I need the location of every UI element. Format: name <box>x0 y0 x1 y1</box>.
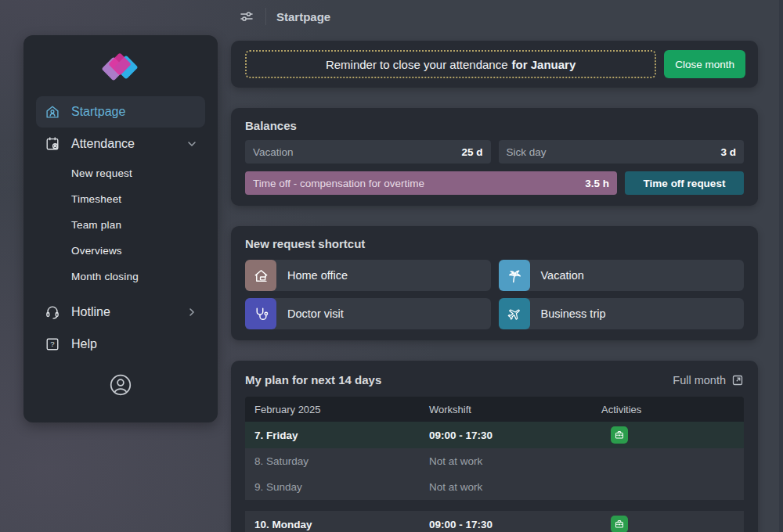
reminder-text-emphasis: for January <box>512 58 576 71</box>
plan-title: My plan for next 14 days <box>245 373 381 386</box>
sidebar-item-timesheet[interactable]: Timesheet <box>33 186 208 212</box>
day-cell: 7. Friday <box>245 430 429 441</box>
stethoscope-icon <box>245 298 276 329</box>
balance-label: Vacation <box>253 146 294 158</box>
house-laptop-icon <box>245 260 276 291</box>
options-icon[interactable] <box>239 9 254 24</box>
activity-badge[interactable] <box>611 516 628 532</box>
close-month-button[interactable]: Close month <box>664 50 745 78</box>
day-cell: 9. Sunday <box>245 481 429 493</box>
briefcase-icon <box>614 519 625 530</box>
sidebar-item-month-closing[interactable]: Month closing <box>33 264 208 289</box>
balance-sick-day: Sick day 3 d <box>499 140 745 164</box>
shortcuts-card: New request shortcut Home office <box>231 226 758 340</box>
shortcut-doctor-visit[interactable]: Doctor visit <box>245 298 491 329</box>
external-link-icon <box>731 374 744 386</box>
plan-header: My plan for next 14 days Full month <box>245 373 744 386</box>
airplane-icon <box>499 298 530 329</box>
page-title: Startpage <box>276 10 330 23</box>
home-person-icon <box>44 103 61 120</box>
sidebar-item-overviews[interactable]: Overviews <box>33 238 208 264</box>
sidebar: Startpage Attendance New request Timeshe… <box>23 35 218 422</box>
balance-value: 3 d <box>720 146 736 158</box>
balances-card: Balances Vacation 25 d Sick day 3 d Time… <box>231 108 758 206</box>
topbar-divider <box>265 8 266 25</box>
balance-value: 25 d <box>461 146 482 158</box>
shortcut-home-office[interactable]: Home office <box>245 260 491 291</box>
user-avatar[interactable] <box>108 372 133 397</box>
briefcase-icon <box>614 430 625 440</box>
chevron-down-icon <box>186 138 197 149</box>
page-scrollbar[interactable] <box>779 0 783 532</box>
balances-title: Balances <box>245 119 744 132</box>
question-box-icon: ? <box>44 336 61 353</box>
shortcuts-title: New request shortcut <box>245 237 744 250</box>
shift-cell: 09:00 - 17:30 <box>429 519 601 530</box>
activity-cell <box>601 426 744 444</box>
shortcut-label: Business trip <box>541 307 606 320</box>
balance-value: 3.5 h <box>585 178 609 189</box>
balance-vacation: Vacation 25 d <box>245 140 491 164</box>
palm-tree-icon <box>499 260 530 291</box>
sidebar-item-startpage[interactable]: Startpage <box>36 96 205 128</box>
headset-icon <box>44 304 61 321</box>
full-month-label: Full month <box>673 374 726 386</box>
shift-cell: Not at work <box>429 481 601 493</box>
sidebar-item-help[interactable]: ? Help <box>36 329 205 360</box>
balance-time-off: Time off - compensation for overtime 3.5… <box>245 171 617 195</box>
table-row[interactable]: 8. Saturday Not at work <box>245 448 744 474</box>
day-cell: 10. Monday <box>245 519 429 530</box>
main-content: Startpage Reminder to close your attenda… <box>231 0 758 532</box>
header-activities: Activities <box>601 404 744 415</box>
reminder-banner: Reminder to close your attendance for Ja… <box>245 50 656 78</box>
plan-table: February 2025 Workshift Activities 7. Fr… <box>245 397 744 532</box>
sidebar-item-label: Attendance <box>71 137 135 151</box>
balance-label: Time off - compensation for overtime <box>253 178 424 189</box>
shift-cell: 09:00 - 17:30 <box>429 430 601 441</box>
shortcut-vacation[interactable]: Vacation <box>499 260 745 291</box>
svg-text:?: ? <box>50 340 54 348</box>
petal-logo-icon <box>97 47 144 91</box>
balance-label: Sick day <box>507 146 547 158</box>
sidebar-item-hotline[interactable]: Hotline <box>36 297 205 328</box>
table-row[interactable]: 10. Monday 09:00 - 17:30 <box>245 511 744 532</box>
table-row[interactable]: 9. Sunday Not at work <box>245 474 744 500</box>
user-avatar-icon <box>108 372 133 397</box>
week-separator <box>245 500 744 511</box>
day-cell: 8. Saturday <box>245 455 429 467</box>
shortcut-label: Home office <box>287 269 348 282</box>
calendar-person-icon <box>44 135 61 153</box>
shortcut-business-trip[interactable]: Business trip <box>499 298 745 329</box>
time-off-request-button[interactable]: Time off request <box>625 171 744 195</box>
topbar: Startpage <box>231 0 758 33</box>
balances-row-1: Vacation 25 d Sick day 3 d <box>245 140 744 164</box>
sidebar-item-new-request[interactable]: New request <box>33 160 208 186</box>
activity-cell <box>601 516 744 532</box>
sidebar-item-label: Startpage <box>71 105 125 119</box>
full-month-link[interactable]: Full month <box>673 374 744 386</box>
shortcut-label: Vacation <box>541 269 584 282</box>
header-month: February 2025 <box>245 404 429 415</box>
shortcut-grid: Home office Vacation <box>245 260 744 329</box>
spacer <box>33 289 208 296</box>
sidebar-item-label: Help <box>71 337 97 351</box>
sidebar-item-attendance[interactable]: Attendance <box>36 128 205 160</box>
reminder-card: Reminder to close your attendance for Ja… <box>231 41 758 88</box>
attendance-submenu: New request Timesheet Team plan Overview… <box>33 160 208 289</box>
sidebar-item-label: Hotline <box>71 305 110 319</box>
header-workshift: Workshift <box>429 404 601 415</box>
balances-row-2: Time off - compensation for overtime 3.5… <box>245 171 744 195</box>
sidebar-item-team-plan[interactable]: Team plan <box>33 212 208 238</box>
table-row[interactable]: 7. Friday 09:00 - 17:30 <box>245 422 744 448</box>
activity-badge[interactable] <box>611 426 628 444</box>
chevron-right-icon <box>186 307 197 318</box>
shift-cell: Not at work <box>429 455 601 467</box>
app-logo <box>97 47 144 89</box>
plan-card: My plan for next 14 days Full month Febr… <box>231 361 758 532</box>
shortcut-label: Doctor visit <box>287 307 344 320</box>
reminder-text: Reminder to close your attendance <box>326 58 508 71</box>
plan-table-header: February 2025 Workshift Activities <box>245 397 744 422</box>
